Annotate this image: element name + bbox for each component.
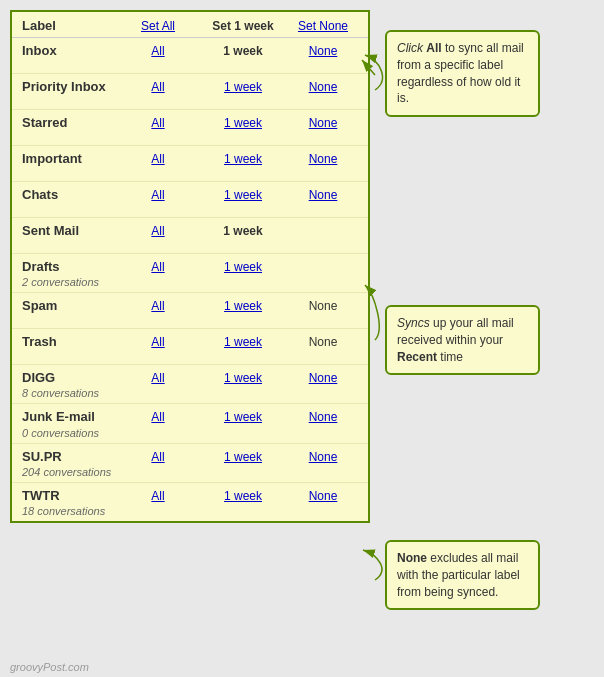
row-label: Inbox xyxy=(22,42,118,60)
row-label: Starred xyxy=(22,114,118,132)
set-all-link[interactable]: All xyxy=(151,44,164,58)
callout-top-italic: Click xyxy=(397,41,426,55)
set-none-link[interactable]: None xyxy=(309,80,338,94)
table-row: StarredAll1 weekNone xyxy=(12,110,368,146)
set-1week-link[interactable]: 1 week xyxy=(224,335,262,349)
row-label: Sent Mail xyxy=(22,222,118,240)
set-none-link[interactable]: None xyxy=(309,188,338,202)
table-row: InboxAll1 weekNone xyxy=(12,38,368,74)
set-none-link[interactable]: None xyxy=(309,489,338,503)
row-set-1week-cell: 1 week xyxy=(198,42,288,58)
row-set-none-cell: None xyxy=(288,487,358,503)
row-sublabel: 8 conversations xyxy=(22,387,118,399)
set-all-link[interactable]: All xyxy=(151,152,164,166)
set-none-link[interactable]: None xyxy=(309,450,338,464)
set-none-link[interactable]: None xyxy=(309,152,338,166)
row-set-1week-cell: 1 week xyxy=(198,448,288,464)
set-all-link[interactable]: All xyxy=(151,224,164,238)
set-1week-link[interactable]: 1 week xyxy=(224,299,262,313)
row-set-1week-cell: 1 week xyxy=(198,408,288,424)
set-1week-link[interactable]: 1 week xyxy=(224,152,262,166)
sync-table: Label Set All Set 1 week Set None InboxA… xyxy=(10,10,370,523)
table-header: Label Set All Set 1 week Set None xyxy=(12,12,368,38)
row-sublabel: 18 conversations xyxy=(22,505,118,517)
row-label-cell: Priority Inbox xyxy=(22,78,118,96)
set-1week-link[interactable]: 1 week xyxy=(224,410,262,424)
set-all-link[interactable]: All xyxy=(151,80,164,94)
table-row: TrashAll1 weekNone xyxy=(12,329,368,365)
set-all-header[interactable]: Set All xyxy=(118,19,198,33)
row-set-none-cell: None xyxy=(288,42,358,58)
set-1week-value: 1 week xyxy=(223,224,262,238)
row-label: Chats xyxy=(22,186,118,204)
set-all-link[interactable]: All xyxy=(151,260,164,274)
set-all-link[interactable]: All xyxy=(151,335,164,349)
row-set-none-cell: None xyxy=(288,297,358,313)
set-none-value: None xyxy=(309,335,338,349)
set-1week-link[interactable]: 1 week xyxy=(224,80,262,94)
row-set-none-cell: None xyxy=(288,114,358,130)
table-row: Drafts2 conversationsAll1 week xyxy=(12,254,368,293)
row-label: Trash xyxy=(22,333,118,351)
row-label-cell: Junk E-mail0 conversations xyxy=(22,408,118,438)
row-label-cell: Inbox xyxy=(22,42,118,60)
set-all-link[interactable]: All xyxy=(151,410,164,424)
row-set-all-cell: All xyxy=(118,369,198,385)
callout-top: Click All to sync all mail from a specif… xyxy=(385,30,540,117)
set-all-link[interactable]: All xyxy=(151,188,164,202)
set-all-link[interactable]: All xyxy=(151,299,164,313)
row-label: DIGG xyxy=(22,369,118,387)
set-all-link[interactable]: All xyxy=(151,489,164,503)
set-1week-link[interactable]: 1 week xyxy=(224,260,262,274)
set-1week-link[interactable]: 1 week xyxy=(224,371,262,385)
set-none-link[interactable]: None xyxy=(309,44,338,58)
row-set-none-cell: None xyxy=(288,186,358,202)
watermark: groovyPost.com xyxy=(10,661,89,673)
set-none-link[interactable]: None xyxy=(309,410,338,424)
set-none-link[interactable]: None xyxy=(309,116,338,130)
row-set-all-cell: All xyxy=(118,333,198,349)
row-sublabel: 204 conversations xyxy=(22,466,118,478)
set-1week-link[interactable]: 1 week xyxy=(224,188,262,202)
row-set-1week-cell: 1 week xyxy=(198,487,288,503)
row-set-all-cell: All xyxy=(118,297,198,313)
table-row: Sent MailAll1 week xyxy=(12,218,368,254)
row-label-cell: Important xyxy=(22,150,118,168)
row-sublabel: 2 conversations xyxy=(22,276,118,288)
row-label-cell: Spam xyxy=(22,297,118,315)
table-body: InboxAll1 weekNonePriority InboxAll1 wee… xyxy=(12,38,368,521)
row-set-1week-cell: 1 week xyxy=(198,333,288,349)
set-all-link[interactable]: All xyxy=(151,450,164,464)
row-sublabel: 0 conversations xyxy=(22,427,118,439)
set-1week-link[interactable]: 1 week xyxy=(224,450,262,464)
set-none-header[interactable]: Set None xyxy=(288,19,358,33)
callout-area: Click All to sync all mail from a specif… xyxy=(370,10,594,523)
set-all-link[interactable]: All xyxy=(151,371,164,385)
row-label-cell: TWTR18 conversations xyxy=(22,487,118,517)
row-set-1week-cell: 1 week xyxy=(198,78,288,94)
row-set-1week-cell: 1 week xyxy=(198,114,288,130)
table-row: DIGG8 conversationsAll1 weekNone xyxy=(12,365,368,404)
set-1week-link[interactable]: 1 week xyxy=(224,489,262,503)
row-label: Junk E-mail xyxy=(22,408,118,426)
table-row: TWTR18 conversationsAll1 weekNone xyxy=(12,483,368,521)
row-set-1week-cell: 1 week xyxy=(198,150,288,166)
row-label: Priority Inbox xyxy=(22,78,118,96)
row-label: TWTR xyxy=(22,487,118,505)
row-label-cell: DIGG8 conversations xyxy=(22,369,118,399)
row-set-none-cell xyxy=(288,222,358,224)
set-1week-link[interactable]: 1 week xyxy=(224,116,262,130)
row-label-cell: Drafts2 conversations xyxy=(22,258,118,288)
row-set-none-cell: None xyxy=(288,408,358,424)
row-set-1week-cell: 1 week xyxy=(198,297,288,313)
row-label: SU.PR xyxy=(22,448,118,466)
callout-mid: Syncs up your all mail received within y… xyxy=(385,305,540,375)
table-row: SU.PR204 conversationsAll1 weekNone xyxy=(12,444,368,483)
set-all-link[interactable]: All xyxy=(151,116,164,130)
table-row: Junk E-mail0 conversationsAll1 weekNone xyxy=(12,404,368,443)
row-label-cell: Starred xyxy=(22,114,118,132)
row-set-all-cell: All xyxy=(118,186,198,202)
set-1week-header[interactable]: Set 1 week xyxy=(198,19,288,33)
set-none-link[interactable]: None xyxy=(309,371,338,385)
row-label-cell: Trash xyxy=(22,333,118,351)
